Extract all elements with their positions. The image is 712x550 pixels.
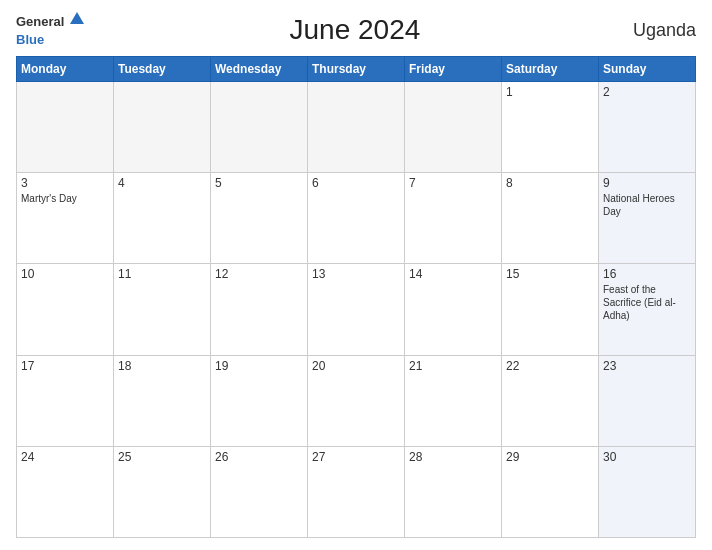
day-number: 24 xyxy=(21,450,109,464)
day-number: 2 xyxy=(603,85,691,99)
day-number: 17 xyxy=(21,359,109,373)
day-number: 4 xyxy=(118,176,206,190)
calendar-week-row: 24252627282930 xyxy=(17,446,696,537)
day-number: 22 xyxy=(506,359,594,373)
day-number: 5 xyxy=(215,176,303,190)
calendar-cell: 14 xyxy=(405,264,502,355)
day-number: 21 xyxy=(409,359,497,373)
calendar-cell xyxy=(17,82,114,173)
logo-triangle-icon xyxy=(70,12,84,24)
calendar-cell: 26 xyxy=(211,446,308,537)
calendar-cell: 9National Heroes Day xyxy=(599,173,696,264)
calendar-cell: 10 xyxy=(17,264,114,355)
day-number: 30 xyxy=(603,450,691,464)
day-number: 29 xyxy=(506,450,594,464)
calendar-cell xyxy=(211,82,308,173)
col-sunday: Sunday xyxy=(599,57,696,82)
calendar-cell: 22 xyxy=(502,355,599,446)
calendar-cell: 30 xyxy=(599,446,696,537)
month-title: June 2024 xyxy=(84,14,626,46)
event-label: National Heroes Day xyxy=(603,193,675,217)
calendar-cell: 11 xyxy=(114,264,211,355)
calendar-cell: 28 xyxy=(405,446,502,537)
day-number: 1 xyxy=(506,85,594,99)
logo-text: General Blue xyxy=(16,12,84,48)
col-tuesday: Tuesday xyxy=(114,57,211,82)
day-number: 8 xyxy=(506,176,594,190)
col-saturday: Saturday xyxy=(502,57,599,82)
calendar-cell: 2 xyxy=(599,82,696,173)
calendar-cell xyxy=(114,82,211,173)
day-number: 18 xyxy=(118,359,206,373)
day-number: 26 xyxy=(215,450,303,464)
day-number: 12 xyxy=(215,267,303,281)
day-number: 25 xyxy=(118,450,206,464)
day-number: 11 xyxy=(118,267,206,281)
country-label: Uganda xyxy=(626,20,696,41)
calendar-cell: 1 xyxy=(502,82,599,173)
calendar-header-row: Monday Tuesday Wednesday Thursday Friday… xyxy=(17,57,696,82)
day-number: 28 xyxy=(409,450,497,464)
day-number: 13 xyxy=(312,267,400,281)
col-friday: Friday xyxy=(405,57,502,82)
calendar-week-row: 17181920212223 xyxy=(17,355,696,446)
calendar-table: Monday Tuesday Wednesday Thursday Friday… xyxy=(16,56,696,538)
calendar-cell xyxy=(308,82,405,173)
day-number: 15 xyxy=(506,267,594,281)
day-number: 6 xyxy=(312,176,400,190)
calendar-week-row: 3Martyr's Day456789National Heroes Day xyxy=(17,173,696,264)
col-thursday: Thursday xyxy=(308,57,405,82)
day-number: 19 xyxy=(215,359,303,373)
calendar-cell: 6 xyxy=(308,173,405,264)
day-number: 16 xyxy=(603,267,691,281)
day-number: 14 xyxy=(409,267,497,281)
day-number: 23 xyxy=(603,359,691,373)
calendar-cell: 21 xyxy=(405,355,502,446)
calendar-cell: 13 xyxy=(308,264,405,355)
day-number: 9 xyxy=(603,176,691,190)
calendar-cell: 7 xyxy=(405,173,502,264)
day-number: 10 xyxy=(21,267,109,281)
calendar-cell: 18 xyxy=(114,355,211,446)
calendar-cell: 20 xyxy=(308,355,405,446)
event-label: Martyr's Day xyxy=(21,193,77,204)
calendar-cell: 3Martyr's Day xyxy=(17,173,114,264)
logo: General Blue xyxy=(16,12,84,48)
calendar-cell: 17 xyxy=(17,355,114,446)
calendar-week-row: 12 xyxy=(17,82,696,173)
calendar-cell: 24 xyxy=(17,446,114,537)
header: General Blue June 2024 Uganda xyxy=(16,12,696,48)
calendar-cell: 25 xyxy=(114,446,211,537)
event-label: Feast of the Sacrifice (Eid al-Adha) xyxy=(603,284,676,321)
calendar-week-row: 10111213141516Feast of the Sacrifice (Ei… xyxy=(17,264,696,355)
calendar-cell: 15 xyxy=(502,264,599,355)
calendar-cell: 4 xyxy=(114,173,211,264)
calendar-cell: 29 xyxy=(502,446,599,537)
calendar-cell: 8 xyxy=(502,173,599,264)
calendar-cell: 23 xyxy=(599,355,696,446)
calendar-cell: 19 xyxy=(211,355,308,446)
day-number: 20 xyxy=(312,359,400,373)
calendar-cell: 5 xyxy=(211,173,308,264)
calendar-cell: 16Feast of the Sacrifice (Eid al-Adha) xyxy=(599,264,696,355)
day-number: 7 xyxy=(409,176,497,190)
day-number: 3 xyxy=(21,176,109,190)
col-wednesday: Wednesday xyxy=(211,57,308,82)
day-number: 27 xyxy=(312,450,400,464)
calendar-cell xyxy=(405,82,502,173)
calendar-cell: 27 xyxy=(308,446,405,537)
calendar-cell: 12 xyxy=(211,264,308,355)
calendar-page: General Blue June 2024 Uganda Monday Tue… xyxy=(0,0,712,550)
col-monday: Monday xyxy=(17,57,114,82)
